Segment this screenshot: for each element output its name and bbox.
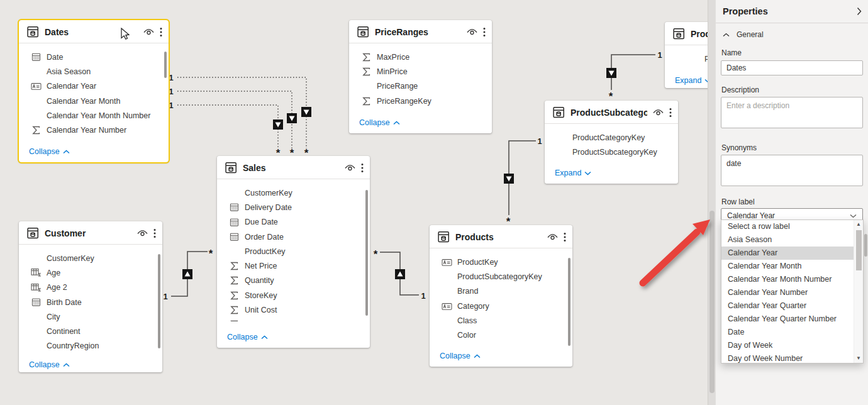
field-row[interactable]: Age bbox=[19, 265, 162, 280]
scroll-down-icon[interactable]: ▼ bbox=[856, 354, 861, 363]
table-card[interactable]: PriceRangesMaxPriceMinPricePriceRangePri… bbox=[349, 20, 492, 133]
row-label-option[interactable]: Day of Week bbox=[721, 339, 863, 352]
eye-icon[interactable] bbox=[466, 28, 478, 36]
card-scrollbar-thumb[interactable] bbox=[158, 254, 160, 348]
collapse-link[interactable]: Collapse bbox=[359, 118, 400, 127]
field-label: Category bbox=[457, 302, 489, 311]
field-row[interactable]: Continent bbox=[19, 324, 162, 338]
field-row[interactable]: PriceRangeKey bbox=[349, 94, 492, 108]
collapse-link[interactable]: Collapse bbox=[29, 360, 70, 369]
name-input[interactable] bbox=[721, 60, 863, 75]
field-row[interactable]: Unit Discount bbox=[217, 318, 370, 321]
row-label-option[interactable]: Asia Season bbox=[721, 233, 863, 247]
field-label: Order Date bbox=[245, 233, 284, 241]
eye-icon[interactable] bbox=[547, 233, 559, 241]
field-row[interactable]: CountryRegion bbox=[19, 339, 162, 353]
canvas-scrollbar-thumb[interactable] bbox=[709, 211, 715, 393]
field-row[interactable]: Calendar Year Number bbox=[19, 123, 169, 137]
collapse-panel-icon[interactable] bbox=[857, 7, 863, 16]
field-row[interactable]: CustomerKey bbox=[217, 186, 370, 200]
field-row[interactable]: Brand bbox=[430, 284, 572, 299]
collapse-link[interactable]: Collapse bbox=[440, 352, 481, 360]
row-label-option[interactable]: Date bbox=[721, 326, 863, 339]
field-row[interactable]: ProductCategoryKey bbox=[545, 130, 678, 145]
card-scrollbar-thumb[interactable] bbox=[365, 190, 368, 316]
row-label-option[interactable]: Calendar Year Quarter Number bbox=[721, 313, 863, 326]
field-row[interactable]: Date bbox=[19, 50, 169, 64]
more-options-icon[interactable] bbox=[160, 27, 162, 37]
field-row[interactable]: Net Price bbox=[217, 258, 370, 273]
table-card[interactable]: ProduProduExpand bbox=[665, 22, 709, 88]
field-row[interactable]: Category bbox=[430, 299, 572, 313]
field-row[interactable]: Asia Season bbox=[19, 64, 169, 79]
more-options-icon[interactable] bbox=[669, 108, 672, 118]
field-row[interactable]: Birth Date bbox=[19, 295, 162, 309]
table-title: Sales bbox=[243, 163, 339, 173]
field-row[interactable]: Due Date bbox=[217, 215, 370, 230]
card-header-divider bbox=[349, 43, 492, 43]
table-card[interactable]: CustomerCustomerKeyAgeAge 2Birth DateCit… bbox=[19, 221, 162, 372]
more-options-icon[interactable] bbox=[361, 163, 364, 173]
eye-icon[interactable] bbox=[652, 108, 664, 116]
more-options-icon[interactable] bbox=[564, 232, 566, 242]
field-row[interactable]: ProductKey bbox=[217, 244, 370, 258]
more-options-icon[interactable] bbox=[153, 228, 156, 238]
field-row[interactable]: City bbox=[19, 309, 162, 324]
eye-icon[interactable] bbox=[143, 28, 155, 36]
expand-link[interactable]: Expand bbox=[675, 76, 709, 85]
row-label-option[interactable]: Calendar Year Month Number bbox=[721, 273, 863, 286]
row-label-option[interactable]: Calendar Year Number bbox=[721, 286, 863, 299]
table-card[interactable]: ProductSubcategoryProductCategoryKeyProd… bbox=[545, 101, 678, 184]
field-row[interactable]: CustomerKey bbox=[19, 251, 162, 265]
expand-link[interactable]: Expand bbox=[555, 169, 591, 177]
field-row[interactable]: ProductSubcategoryKey bbox=[545, 145, 678, 159]
field-row[interactable]: ProductSubcategoryKey bbox=[430, 269, 572, 284]
field-row[interactable]: Quantity bbox=[217, 274, 370, 288]
model-canvas[interactable]: 1*1*1*1*1*1*1* DatesDateAsia SeasonCalen… bbox=[0, 0, 709, 405]
general-section-toggle[interactable]: General bbox=[723, 30, 863, 40]
field-row[interactable]: Produ bbox=[665, 52, 709, 66]
scroll-up-icon[interactable]: ▲ bbox=[856, 220, 861, 229]
table-card[interactable]: DatesDateAsia SeasonCalendar YearCalenda… bbox=[19, 20, 169, 162]
field-row[interactable]: PriceRange bbox=[349, 79, 492, 94]
field-label: Age 2 bbox=[47, 283, 67, 292]
collapse-link[interactable]: Collapse bbox=[29, 147, 70, 156]
table-card[interactable]: ProductsProductKeyProductSubcategoryKeyB… bbox=[430, 225, 572, 367]
field-row[interactable]: Calendar Year bbox=[19, 79, 169, 94]
relationship-line[interactable]: 1* bbox=[504, 136, 542, 228]
field-row[interactable]: StoreKey bbox=[217, 288, 370, 302]
card-scrollbar-thumb[interactable] bbox=[568, 258, 570, 346]
field-row[interactable]: Color bbox=[430, 328, 572, 342]
field-row[interactable]: Order Date bbox=[217, 230, 370, 244]
dropdown-scrollbar-thumb[interactable] bbox=[856, 230, 862, 270]
relationship-line[interactable]: 1* bbox=[374, 248, 426, 301]
field-row[interactable]: Unit Cost bbox=[217, 302, 370, 317]
relationship-line[interactable]: 1* bbox=[606, 50, 662, 103]
row-label-option[interactable]: Select a row label bbox=[721, 220, 863, 233]
collapse-link[interactable]: Collapse bbox=[227, 333, 268, 341]
field-row[interactable]: Delivery Date bbox=[217, 200, 370, 214]
more-options-icon[interactable] bbox=[483, 27, 486, 37]
synonyms-input[interactable] bbox=[721, 155, 863, 186]
dropdown-scrollbar[interactable]: ▲ ▼ bbox=[854, 220, 863, 363]
card-scrollbar-thumb[interactable] bbox=[164, 52, 167, 78]
relationship-line[interactable]: 1* bbox=[169, 101, 283, 160]
field-row[interactable]: MaxPrice bbox=[349, 50, 492, 64]
field-row[interactable]: MinPrice bbox=[349, 64, 492, 79]
description-input[interactable] bbox=[721, 97, 863, 128]
eye-icon[interactable] bbox=[344, 164, 356, 172]
row-label-option[interactable]: Day of Week Number bbox=[721, 352, 863, 363]
relationship-line[interactable]: 1* bbox=[163, 248, 213, 301]
canvas-vertical-scrollbar[interactable] bbox=[708, 0, 715, 405]
row-label-option[interactable]: Calendar Year Quarter bbox=[721, 299, 863, 313]
table-card[interactable]: SalesCustomerKeyDelivery DateDue DateOrd… bbox=[217, 156, 370, 348]
field-row[interactable]: ProductKey bbox=[430, 255, 572, 269]
field-row[interactable]: Age 2 bbox=[19, 280, 162, 295]
field-row[interactable]: Class bbox=[430, 313, 572, 328]
field-row[interactable]: Calendar Year Month bbox=[19, 94, 169, 108]
eye-icon[interactable] bbox=[136, 229, 148, 237]
field-row[interactable]: Calendar Year Month Number bbox=[19, 108, 169, 123]
row-label-option[interactable]: Calendar Year bbox=[721, 247, 863, 260]
row-label-option[interactable]: Calendar Year Month bbox=[721, 260, 863, 273]
panel-scrollbar-thumb[interactable] bbox=[864, 234, 867, 257]
